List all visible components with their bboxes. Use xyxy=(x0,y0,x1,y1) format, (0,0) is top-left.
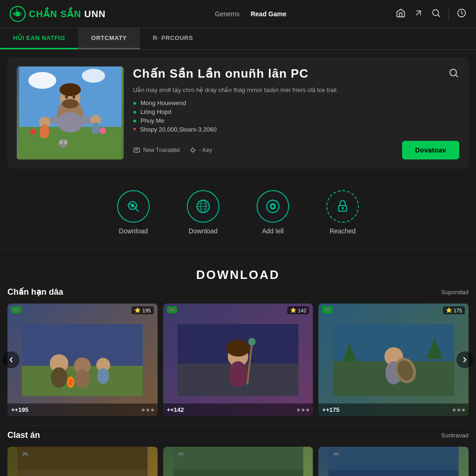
home-icon[interactable] xyxy=(396,8,406,20)
search-icon[interactable] xyxy=(431,8,441,20)
svg-point-14 xyxy=(65,96,68,99)
subsection1-name: Chấn hạn dâa xyxy=(7,287,63,297)
hero-footer: New Tnaradéd - Key Dovatoav xyxy=(133,141,459,159)
clock-icon[interactable] xyxy=(456,8,467,20)
svg-point-10 xyxy=(99,127,106,134)
diamond-icon-1: ◆ xyxy=(133,100,137,106)
icon-add-iell[interactable]: Add Iell xyxy=(257,190,289,235)
card1-badge: ⭐195 xyxy=(132,306,153,314)
logo-text: CHẦN SẦN UNN xyxy=(29,8,106,20)
icon-download-2[interactable]: Download xyxy=(187,190,219,235)
svg-point-55 xyxy=(226,340,250,357)
hero-search-icon[interactable] xyxy=(448,67,459,80)
svg-point-17 xyxy=(57,112,83,132)
card2-num: ++142 xyxy=(167,406,184,413)
icon-label-2: Download xyxy=(189,227,218,235)
icon-circle-2 xyxy=(187,190,219,223)
carousel1-cards: 🎮 ⭐195 ++195 xyxy=(7,304,469,416)
svg-point-54 xyxy=(248,338,256,345)
tab-prcours[interactable]: R· PRCOURS xyxy=(140,28,206,49)
svg-point-48 xyxy=(68,378,73,386)
svg-point-1 xyxy=(16,12,20,16)
card2-bottom: ++142 xyxy=(163,403,313,416)
card2-dots xyxy=(297,409,309,411)
svg-point-6 xyxy=(82,69,105,83)
card1-bottom: ++195 xyxy=(7,403,158,416)
subsection1-link[interactable]: Supondad xyxy=(441,289,469,296)
tab-ortcmaty[interactable]: ORTCMATY xyxy=(78,28,140,49)
icon-circle-3 xyxy=(257,190,289,223)
card3-dots xyxy=(453,409,465,411)
svg-point-2 xyxy=(433,9,439,15)
svg-text:🎮: 🎮 xyxy=(333,450,340,457)
svg-text:🎮: 🎮 xyxy=(22,450,29,457)
card-1[interactable]: 🎮 ⭐195 ++195 xyxy=(7,304,158,416)
icon-download-1[interactable]: Download xyxy=(117,190,150,235)
nav-read-game[interactable]: Read Game xyxy=(251,10,286,18)
card2-image xyxy=(163,304,313,416)
svg-point-46 xyxy=(97,368,109,384)
carousel-1: 🎮 ⭐195 ++195 xyxy=(7,304,469,416)
download-section: DOWNLOAD Chấn hạn dâa Supondad xyxy=(0,249,476,425)
svg-point-21 xyxy=(40,125,49,139)
feature-1: ◆Mong Houewend xyxy=(133,99,459,106)
card1-image xyxy=(7,304,158,416)
header-divider xyxy=(449,7,449,20)
logo[interactable]: CHẦN SẦN UNN xyxy=(9,6,106,22)
subsection1-header: Chấn hạn dâa Supondad xyxy=(7,287,469,297)
hero-features: ◆Mong Houewend ◆Lióng Hopd ◆Phuy Me ♥Sho… xyxy=(133,99,459,133)
hero-footer-left: New Tnaradéd - Key xyxy=(133,146,212,154)
hero-description: Uần may enơl tậy chro hệ dray chấn thág … xyxy=(133,86,459,95)
hero-image xyxy=(17,66,124,159)
carousel1-right-arrow[interactable] xyxy=(456,351,473,368)
card-2[interactable]: 🎮 ⭐142 ++142 xyxy=(163,304,313,416)
svg-point-29 xyxy=(191,149,194,152)
icon-label-1: Download xyxy=(119,227,148,235)
tab-hean-natfig[interactable]: Hủi EAN NATFIG xyxy=(0,28,78,49)
svg-point-52 xyxy=(229,361,247,387)
hero-title: Chấn Sần Lần onuñh lân PC xyxy=(133,66,309,81)
card2-badge: ⭐142 xyxy=(287,306,309,314)
bottom-section: Clast án Suntravad 🎮 MHU EAONS 🎮 GAME QU… xyxy=(0,426,476,476)
feature-4: ♥Shopy 20,000,Sloars-3.2060 xyxy=(133,126,459,133)
svg-point-5 xyxy=(28,72,56,89)
bottom-card-3[interactable]: 🎮 ADVENTURE xyxy=(318,447,469,476)
hero-title-row: Chấn Sần Lần onuñh lân PC xyxy=(133,66,459,81)
subsection2-name: Clast án xyxy=(7,430,40,440)
subsection2-link[interactable]: Suntravad xyxy=(441,432,469,439)
svg-point-38 xyxy=(342,207,344,209)
feature-2: ◆Lióng Hopd xyxy=(133,108,459,115)
carousel1-left-arrow[interactable] xyxy=(3,351,20,368)
nav-genems[interactable]: Genems xyxy=(215,10,239,18)
svg-point-13 xyxy=(60,83,81,96)
header-nav: Genems Read Game xyxy=(215,10,286,18)
hero-image-art xyxy=(17,66,124,159)
diamond-icon-2: ◆ xyxy=(133,109,137,114)
card1-dots xyxy=(142,409,154,411)
icon-reached[interactable]: Reached xyxy=(326,190,359,235)
icons-row: Download Download Add Iell xyxy=(0,176,476,249)
hero-content: Chấn Sần Lần onuñh lân PC Uần may enơl t… xyxy=(133,66,459,159)
hero-section: Chấn Sần Lần onuñh lân PC Uần may enơl t… xyxy=(7,57,469,169)
bottom-card-2[interactable]: 🎮 GAME QUEST xyxy=(163,447,313,476)
svg-point-42 xyxy=(51,367,67,388)
download-title: DOWNLOAD xyxy=(7,258,469,287)
card3-tl-badge: 🎮 xyxy=(322,306,332,313)
heart-icon: ♥ xyxy=(133,126,136,132)
tabs-bar: Hủi EAN NATFIG ORTCMATY R· PRCOURS xyxy=(0,28,476,50)
svg-point-8 xyxy=(30,129,36,134)
hero-download-button[interactable]: Dovatoav xyxy=(402,141,459,159)
icon-label-4: Reached xyxy=(330,227,356,235)
card-3[interactable]: 🎮 ⭐175 ++175 xyxy=(318,304,469,416)
svg-text:🎮: 🎮 xyxy=(178,450,185,457)
icon-circle-1 xyxy=(117,190,150,223)
svg-point-16 xyxy=(62,99,79,108)
header-icons xyxy=(396,7,467,20)
bottom-card-1[interactable]: 🎮 MHU EAONS xyxy=(7,447,158,476)
feature-3: ◆Phuy Me xyxy=(133,117,459,124)
svg-point-26 xyxy=(64,140,67,144)
icon-label-3: Add Iell xyxy=(262,227,284,235)
svg-point-15 xyxy=(73,96,75,99)
arrow-icon[interactable] xyxy=(413,8,423,20)
card1-tl-badge: 🎮 xyxy=(11,306,21,313)
